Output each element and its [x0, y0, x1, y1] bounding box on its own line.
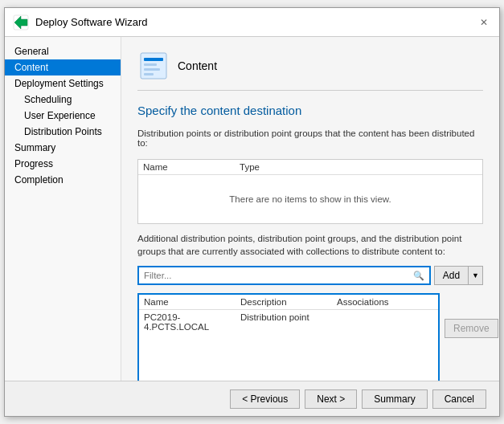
sidebar-item-user-experience[interactable]: User Experience: [5, 108, 121, 124]
window-body: General Content Deployment Settings Sche…: [5, 37, 499, 381]
prev-button[interactable]: < Previous: [230, 389, 300, 409]
sidebar-item-completion[interactable]: Completion: [5, 172, 121, 188]
title-bar: Deploy Software Wizard ✕: [5, 8, 499, 37]
wizard-icon: [13, 14, 29, 31]
title-bar-left: Deploy Software Wizard: [13, 14, 147, 31]
add-btn-wrap: Add ▼: [434, 266, 483, 285]
row-name: PC2019-4.PCTS.LOCAL: [144, 312, 240, 332]
deploy-software-wizard: Deploy Software Wizard ✕ General Content…: [4, 7, 500, 417]
row-assoc: [337, 312, 433, 332]
bottom-table-container: Name Description Associations PC2019-4.P…: [137, 293, 440, 381]
svg-rect-4: [144, 63, 157, 66]
bottom-table: Name Description Associations PC2019-4.P…: [137, 293, 440, 381]
top-col-type: Type: [240, 162, 336, 172]
content-header: Content: [137, 50, 483, 91]
next-button[interactable]: Next >: [305, 389, 357, 409]
bottom-col-assoc: Associations: [337, 297, 433, 307]
sidebar-item-progress[interactable]: Progress: [5, 156, 121, 172]
filter-row: 🔍 Add ▼: [137, 266, 483, 285]
remove-button[interactable]: Remove: [445, 319, 498, 338]
top-section-label: Distribution points or distribution poin…: [137, 128, 483, 148]
sidebar-item-distribution-points[interactable]: Distribution Points: [5, 124, 121, 140]
add-dropdown-button[interactable]: ▼: [469, 266, 483, 285]
sidebar-item-general[interactable]: General: [5, 43, 121, 59]
bottom-section-label: Additional distribution points, distribu…: [137, 232, 483, 258]
sidebar-item-content[interactable]: Content: [5, 59, 121, 75]
content-icon: [137, 50, 170, 82]
table-row[interactable]: PC2019-4.PCTS.LOCAL Distribution point: [139, 310, 438, 334]
bottom-col-name: Name: [144, 297, 240, 307]
window-title: Deploy Software Wizard: [35, 16, 147, 28]
filter-input[interactable]: [144, 271, 413, 280]
sidebar-item-scheduling[interactable]: Scheduling: [5, 92, 121, 108]
top-table-header: Name Type: [138, 160, 482, 175]
row-desc: Distribution point: [240, 312, 337, 332]
top-col-name: Name: [143, 162, 240, 172]
bottom-col-desc: Description: [240, 297, 337, 307]
page-title: Specify the content destination: [137, 104, 483, 117]
sidebar-item-deployment-settings[interactable]: Deployment Settings: [5, 75, 121, 92]
svg-rect-6: [144, 73, 154, 75]
sidebar: General Content Deployment Settings Sche…: [5, 37, 121, 381]
top-table: Name Type There are no items to show in …: [137, 159, 483, 224]
summary-button[interactable]: Summary: [362, 389, 427, 409]
add-button[interactable]: Add: [434, 266, 469, 285]
svg-rect-3: [144, 58, 163, 61]
content-header-title: Content: [178, 59, 217, 72]
table-action-buttons: Remove: [445, 293, 498, 338]
top-table-empty: There are no items to show in this view.: [138, 175, 482, 223]
main-content: Content Specify the content destination …: [121, 37, 499, 381]
bottom-section: Name Description Associations PC2019-4.P…: [137, 293, 483, 381]
svg-rect-5: [144, 68, 160, 71]
sidebar-item-summary[interactable]: Summary: [5, 140, 121, 156]
cancel-button[interactable]: Cancel: [432, 389, 486, 409]
bottom-table-header: Name Description Associations: [139, 295, 438, 310]
search-icon: 🔍: [413, 271, 424, 281]
filter-input-wrap: 🔍: [137, 266, 431, 285]
footer: < Previous Next > Summary Cancel: [5, 381, 499, 416]
close-button[interactable]: ✕: [477, 15, 491, 30]
